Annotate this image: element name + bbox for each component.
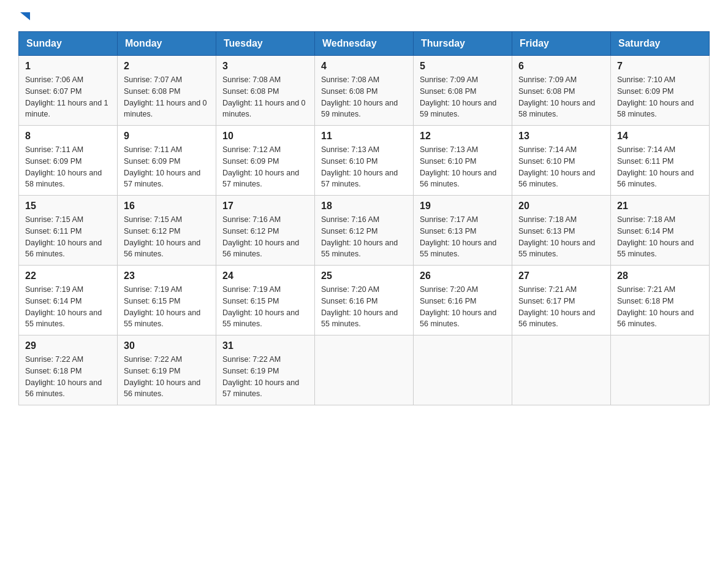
calendar-cell [315, 335, 414, 405]
calendar-week-row: 1 Sunrise: 7:06 AM Sunset: 6:07 PM Dayli… [19, 56, 710, 126]
calendar-cell: 25 Sunrise: 7:20 AM Sunset: 6:16 PM Dayl… [315, 266, 414, 335]
calendar-cell [414, 335, 512, 405]
day-info: Sunrise: 7:22 AM Sunset: 6:19 PM Dayligh… [124, 354, 210, 400]
calendar-header-saturday: Saturday [611, 32, 710, 56]
day-info: Sunrise: 7:14 AM Sunset: 6:11 PM Dayligh… [617, 144, 703, 190]
day-info: Sunrise: 7:07 AM Sunset: 6:08 PM Dayligh… [124, 74, 210, 120]
calendar-cell: 24 Sunrise: 7:19 AM Sunset: 6:15 PM Dayl… [216, 266, 315, 335]
day-info: Sunrise: 7:19 AM Sunset: 6:15 PM Dayligh… [222, 284, 308, 330]
calendar-cell: 11 Sunrise: 7:13 AM Sunset: 6:10 PM Dayl… [315, 126, 414, 196]
calendar-cell: 12 Sunrise: 7:13 AM Sunset: 6:10 PM Dayl… [414, 126, 512, 196]
day-info: Sunrise: 7:06 AM Sunset: 6:07 PM Dayligh… [25, 74, 111, 120]
day-info: Sunrise: 7:11 AM Sunset: 6:09 PM Dayligh… [124, 144, 210, 190]
calendar-table: SundayMondayTuesdayWednesdayThursdayFrid… [18, 31, 710, 405]
calendar-header-thursday: Thursday [414, 32, 512, 56]
day-number: 11 [321, 131, 407, 142]
day-info: Sunrise: 7:13 AM Sunset: 6:10 PM Dayligh… [420, 144, 506, 190]
calendar-cell: 5 Sunrise: 7:09 AM Sunset: 6:08 PM Dayli… [414, 56, 512, 126]
calendar-week-row: 29 Sunrise: 7:22 AM Sunset: 6:18 PM Dayl… [19, 335, 710, 405]
day-number: 31 [222, 340, 308, 351]
calendar-week-row: 22 Sunrise: 7:19 AM Sunset: 6:14 PM Dayl… [19, 266, 710, 335]
day-number: 9 [124, 131, 210, 142]
day-number: 12 [420, 131, 506, 142]
calendar-cell: 15 Sunrise: 7:15 AM Sunset: 6:11 PM Dayl… [19, 196, 118, 266]
day-info: Sunrise: 7:18 AM Sunset: 6:14 PM Dayligh… [617, 214, 703, 260]
day-number: 24 [222, 270, 308, 282]
calendar-cell: 14 Sunrise: 7:14 AM Sunset: 6:11 PM Dayl… [611, 126, 710, 196]
day-info: Sunrise: 7:19 AM Sunset: 6:15 PM Dayligh… [124, 284, 210, 330]
day-number: 13 [518, 131, 604, 142]
calendar-cell: 23 Sunrise: 7:19 AM Sunset: 6:15 PM Dayl… [118, 266, 216, 335]
day-info: Sunrise: 7:10 AM Sunset: 6:09 PM Dayligh… [617, 74, 703, 120]
calendar-header-wednesday: Wednesday [315, 32, 414, 56]
calendar-cell: 19 Sunrise: 7:17 AM Sunset: 6:13 PM Dayl… [414, 196, 512, 266]
calendar-header-sunday: Sunday [19, 32, 118, 56]
day-number: 25 [321, 270, 407, 282]
day-info: Sunrise: 7:15 AM Sunset: 6:11 PM Dayligh… [25, 214, 111, 260]
calendar-header-tuesday: Tuesday [216, 32, 315, 56]
day-number: 8 [25, 131, 111, 142]
day-number: 3 [222, 61, 308, 72]
day-number: 28 [617, 270, 703, 282]
calendar-cell: 8 Sunrise: 7:11 AM Sunset: 6:09 PM Dayli… [19, 126, 118, 196]
day-info: Sunrise: 7:12 AM Sunset: 6:09 PM Dayligh… [222, 144, 308, 190]
calendar-cell: 28 Sunrise: 7:21 AM Sunset: 6:18 PM Dayl… [611, 266, 710, 335]
day-info: Sunrise: 7:15 AM Sunset: 6:12 PM Dayligh… [124, 214, 210, 260]
calendar-cell: 17 Sunrise: 7:16 AM Sunset: 6:12 PM Dayl… [216, 196, 315, 266]
calendar-cell [512, 335, 611, 405]
day-info: Sunrise: 7:08 AM Sunset: 6:08 PM Dayligh… [321, 74, 407, 120]
day-number: 18 [321, 201, 407, 212]
day-number: 29 [25, 340, 111, 351]
day-number: 14 [617, 131, 703, 142]
calendar-cell: 22 Sunrise: 7:19 AM Sunset: 6:14 PM Dayl… [19, 266, 118, 335]
day-number: 1 [25, 61, 111, 72]
calendar-cell: 30 Sunrise: 7:22 AM Sunset: 6:19 PM Dayl… [118, 335, 216, 405]
day-info: Sunrise: 7:19 AM Sunset: 6:14 PM Dayligh… [25, 284, 111, 330]
day-info: Sunrise: 7:14 AM Sunset: 6:10 PM Dayligh… [518, 144, 604, 190]
calendar-cell: 3 Sunrise: 7:08 AM Sunset: 6:08 PM Dayli… [216, 56, 315, 126]
day-info: Sunrise: 7:16 AM Sunset: 6:12 PM Dayligh… [222, 214, 308, 260]
logo [18, 12, 30, 19]
calendar-cell: 6 Sunrise: 7:09 AM Sunset: 6:08 PM Dayli… [512, 56, 611, 126]
day-info: Sunrise: 7:11 AM Sunset: 6:09 PM Dayligh… [25, 144, 111, 190]
day-info: Sunrise: 7:09 AM Sunset: 6:08 PM Dayligh… [420, 74, 506, 120]
day-info: Sunrise: 7:08 AM Sunset: 6:08 PM Dayligh… [222, 74, 308, 120]
day-number: 30 [124, 340, 210, 351]
day-number: 27 [518, 270, 604, 282]
calendar-cell: 7 Sunrise: 7:10 AM Sunset: 6:09 PM Dayli… [611, 56, 710, 126]
day-number: 17 [222, 201, 308, 212]
day-info: Sunrise: 7:13 AM Sunset: 6:10 PM Dayligh… [321, 144, 407, 190]
calendar-cell: 1 Sunrise: 7:06 AM Sunset: 6:07 PM Dayli… [19, 56, 118, 126]
day-number: 19 [420, 201, 506, 212]
day-number: 15 [25, 201, 111, 212]
calendar-cell: 29 Sunrise: 7:22 AM Sunset: 6:18 PM Dayl… [19, 335, 118, 405]
calendar-cell: 9 Sunrise: 7:11 AM Sunset: 6:09 PM Dayli… [118, 126, 216, 196]
day-number: 22 [25, 270, 111, 282]
day-info: Sunrise: 7:20 AM Sunset: 6:16 PM Dayligh… [420, 284, 506, 330]
calendar-header-row: SundayMondayTuesdayWednesdayThursdayFrid… [19, 32, 710, 56]
calendar-header-monday: Monday [118, 32, 216, 56]
day-info: Sunrise: 7:21 AM Sunset: 6:18 PM Dayligh… [617, 284, 703, 330]
calendar-cell: 31 Sunrise: 7:22 AM Sunset: 6:19 PM Dayl… [216, 335, 315, 405]
day-number: 2 [124, 61, 210, 72]
calendar-cell: 4 Sunrise: 7:08 AM Sunset: 6:08 PM Dayli… [315, 56, 414, 126]
day-number: 26 [420, 270, 506, 282]
day-info: Sunrise: 7:17 AM Sunset: 6:13 PM Dayligh… [420, 214, 506, 260]
day-info: Sunrise: 7:22 AM Sunset: 6:18 PM Dayligh… [25, 354, 111, 400]
day-number: 10 [222, 131, 308, 142]
calendar-cell: 20 Sunrise: 7:18 AM Sunset: 6:13 PM Dayl… [512, 196, 611, 266]
calendar-cell: 21 Sunrise: 7:18 AM Sunset: 6:14 PM Dayl… [611, 196, 710, 266]
day-number: 21 [617, 201, 703, 212]
day-info: Sunrise: 7:20 AM Sunset: 6:16 PM Dayligh… [321, 284, 407, 330]
calendar-week-row: 15 Sunrise: 7:15 AM Sunset: 6:11 PM Dayl… [19, 196, 710, 266]
day-info: Sunrise: 7:18 AM Sunset: 6:13 PM Dayligh… [518, 214, 604, 260]
calendar-cell [611, 335, 710, 405]
calendar-cell: 27 Sunrise: 7:21 AM Sunset: 6:17 PM Dayl… [512, 266, 611, 335]
day-number: 4 [321, 61, 407, 72]
day-info: Sunrise: 7:09 AM Sunset: 6:08 PM Dayligh… [518, 74, 604, 120]
calendar-cell: 13 Sunrise: 7:14 AM Sunset: 6:10 PM Dayl… [512, 126, 611, 196]
calendar-cell: 2 Sunrise: 7:07 AM Sunset: 6:08 PM Dayli… [118, 56, 216, 126]
day-number: 5 [420, 61, 506, 72]
page-header [18, 12, 710, 19]
calendar-header-friday: Friday [512, 32, 611, 56]
